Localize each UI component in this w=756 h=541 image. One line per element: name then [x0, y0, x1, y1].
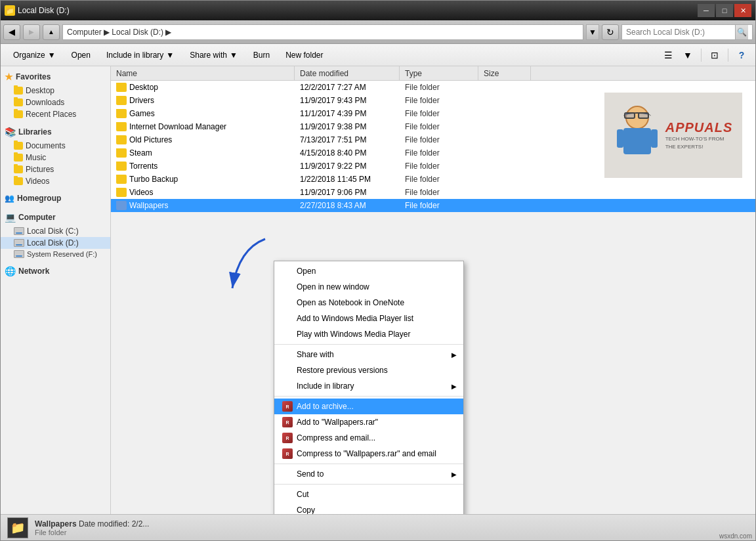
organize-button[interactable]: Organize ▼	[6, 47, 63, 64]
search-box[interactable]: 🔍	[621, 24, 753, 40]
cm-compress-rar-email[interactable]: R Compress to "Wallpapers.rar" and email	[274, 446, 463, 462]
cm-restore-icon	[281, 365, 294, 376]
folder-icon	[116, 122, 127, 131]
close-button[interactable]: ✕	[734, 4, 751, 17]
cm-cut[interactable]: Cut	[274, 487, 463, 502]
table-row[interactable]: Wallpapers 2/27/2018 8:43 AM File folder	[111, 199, 755, 212]
cm-sep-1	[274, 344, 463, 345]
col-header-name[interactable]: Name	[111, 66, 295, 80]
burn-label: Burn	[253, 51, 270, 60]
col-header-type[interactable]: Type	[400, 66, 478, 80]
sidebar-item-desktop[interactable]: Desktop	[1, 85, 110, 97]
cm-share-with[interactable]: Share with ▶	[274, 347, 463, 362]
share-with-button[interactable]: Share with ▼	[182, 47, 245, 64]
network-label: Network	[18, 267, 49, 276]
up-button[interactable]: ▲	[43, 24, 60, 40]
window-title: Local Disk (D:)	[18, 6, 70, 15]
content-area: ★ Favorites Desktop Downloads Recent Pla…	[1, 66, 755, 514]
cm-open-new-window[interactable]: Open in new window	[274, 279, 463, 295]
status-type: File folder	[35, 529, 66, 536]
sidebar-item-label: Recent Places	[26, 110, 76, 119]
help-button[interactable]: ?	[733, 47, 750, 63]
documents-folder-icon	[14, 142, 23, 150]
address-path[interactable]: Computer ▶ Local Disk (D:) ▶	[62, 24, 583, 40]
appuals-text: APPUALS TECH HOW-TO'S FROMTHE EXPERTS!	[665, 120, 733, 150]
cm-compress-label: Compress and email...	[297, 433, 375, 443]
cm-add-rar[interactable]: R Add to "Wallpapers.rar"	[274, 414, 463, 430]
folder-icon	[116, 175, 127, 184]
sidebar-item-label: System Reserved (F:)	[27, 250, 97, 258]
new-folder-button[interactable]: New folder	[278, 47, 330, 64]
sidebar-item-music[interactable]: Music	[1, 152, 110, 163]
status-info: Wallpapers Date modified: 2/2... File fo…	[35, 519, 149, 536]
cm-compress-email[interactable]: R Compress and email...	[274, 430, 463, 446]
cm-onenote-label: Open as Notebook in OneNote	[297, 298, 404, 307]
cm-include-lib[interactable]: Include in library ▶	[274, 378, 463, 394]
cm-open-new-icon	[281, 282, 294, 292]
open-button[interactable]: Open	[64, 47, 98, 64]
back-button[interactable]: ◀	[3, 24, 20, 40]
address-dropdown[interactable]: ▼	[586, 24, 599, 40]
cm-send-to[interactable]: Send to ▶	[274, 466, 463, 482]
refresh-button[interactable]: ↻	[602, 24, 619, 40]
computer-icon: 💻	[5, 212, 16, 223]
cm-open-new-label: Open in new window	[297, 282, 369, 292]
col-header-date[interactable]: Date modified	[295, 66, 400, 80]
include-library-button[interactable]: Include in library ▼	[99, 47, 181, 64]
maximize-button[interactable]: □	[716, 4, 733, 17]
table-row[interactable]: Desktop 12/2/2017 7:27 AM File folder	[111, 81, 755, 94]
cm-play-icon	[281, 329, 294, 339]
include-library-label: Include in library	[106, 51, 163, 60]
table-row[interactable]: Videos 11/9/2017 9:06 PM File folder	[111, 186, 755, 199]
sidebar-item-downloads[interactable]: Downloads	[1, 97, 110, 108]
address-text: Computer ▶ Local Disk (D:) ▶	[67, 28, 171, 37]
organize-arrow-icon: ▼	[48, 51, 56, 60]
cm-open[interactable]: Open	[274, 263, 463, 279]
col-header-size[interactable]: Size	[478, 66, 531, 80]
cm-play-wmp[interactable]: Play with Windows Media Player	[274, 326, 463, 342]
folder-icon	[116, 96, 127, 105]
col-date-label: Date modified	[300, 69, 348, 78]
appuals-character	[614, 106, 660, 165]
sidebar-item-pictures[interactable]: Pictures	[1, 163, 110, 175]
sidebar-item-videos[interactable]: Videos	[1, 175, 110, 187]
downloads-folder-icon	[14, 98, 23, 106]
folder-icon	[116, 201, 127, 210]
col-type-label: Type	[405, 69, 422, 78]
cm-add-archive[interactable]: R Add to archive...	[274, 399, 463, 414]
file-area: Name Date modified Type Size Desktop 12	[111, 66, 755, 514]
sidebar-item-recent[interactable]: Recent Places	[1, 108, 110, 120]
cm-wmp-icon	[281, 313, 294, 324]
cm-add-wmp[interactable]: Add to Windows Media Player list	[274, 311, 463, 326]
folder-icon	[116, 148, 127, 158]
status-date-label: Date modified:	[79, 519, 132, 529]
cm-restore[interactable]: Restore previous versions	[274, 362, 463, 378]
cm-open-onenote[interactable]: Open as Notebook in OneNote	[274, 295, 463, 311]
burn-button[interactable]: Burn	[246, 47, 277, 64]
view-dropdown-button[interactable]: ▼	[679, 47, 696, 63]
sidebar-network-header[interactable]: 🌐 Network	[1, 263, 110, 279]
new-folder-label: New folder	[285, 51, 323, 60]
sidebar-favorites-header[interactable]: ★ Favorites	[1, 69, 110, 85]
view-list-button[interactable]: ☰	[660, 47, 677, 63]
cm-copy-label: Copy	[297, 506, 315, 514]
sidebar-item-label: Desktop	[26, 86, 54, 95]
sidebar-item-label: Pictures	[26, 165, 54, 174]
folder-icon	[116, 135, 127, 144]
window: 📁 Local Disk (D:) ─ □ ✕ ◀ ▶ ▲ Computer ▶…	[0, 0, 756, 541]
sidebar-item-diskf[interactable]: System Reserved (F:)	[1, 249, 110, 259]
search-input[interactable]	[626, 28, 732, 37]
titlebar: 📁 Local Disk (D:) ─ □ ✕	[1, 1, 755, 20]
appuals-brand: APPUALS	[665, 120, 733, 135]
sidebar-libraries-header[interactable]: 📚 Libraries	[1, 124, 110, 140]
sidebar-homegroup-header[interactable]: 👥 Homegroup	[1, 191, 110, 206]
search-submit-button[interactable]: 🔍	[735, 25, 748, 39]
sidebar-item-diskd[interactable]: Local Disk (D:)	[1, 237, 110, 249]
cm-copy[interactable]: Copy	[274, 502, 463, 514]
sidebar-item-diskc[interactable]: Local Disk (C:)	[1, 225, 110, 237]
preview-pane-button[interactable]: ⊡	[706, 47, 723, 63]
forward-button[interactable]: ▶	[23, 24, 40, 40]
sidebar-computer-header[interactable]: 💻 Computer	[1, 209, 110, 225]
minimize-button[interactable]: ─	[698, 4, 715, 17]
sidebar-item-documents[interactable]: Documents	[1, 140, 110, 152]
